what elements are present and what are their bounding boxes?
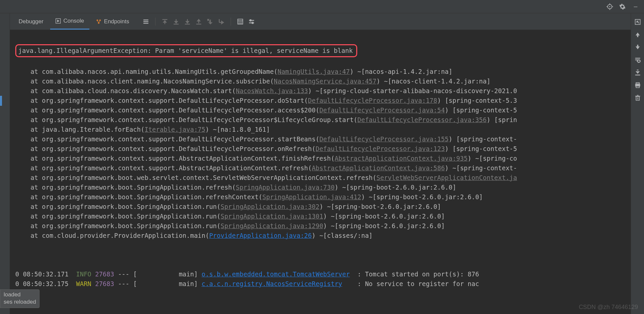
stack-suffix: ) ~[nacos-client-1.4.2.jar:na] <box>376 78 490 85</box>
stack-line: at org.springframework.context.support.D… <box>15 105 625 115</box>
svg-marker-34 <box>221 21 224 24</box>
expand-icon[interactable] <box>634 19 641 25</box>
source-link[interactable]: DefaultLifecycleProcessor.java:155 <box>319 135 449 143</box>
source-link[interactable]: SpringApplication.java:412 <box>263 193 361 201</box>
gear-icon[interactable] <box>619 3 626 10</box>
up-to-line-icon[interactable] <box>161 18 168 25</box>
stack-suffix: ) ~[spring-co <box>468 155 517 162</box>
stack-line: at com.cloud.provider.ProviderApplicatio… <box>15 231 625 240</box>
stack-suffix: ) [spring-context-5 <box>445 106 517 114</box>
print-icon[interactable] <box>634 82 641 88</box>
list-icon[interactable] <box>143 18 149 25</box>
log-message: : No service to register for nac <box>342 279 479 289</box>
source-link[interactable]: ServletWebServerApplicationContext.ja <box>376 174 517 181</box>
source-link[interactable]: DefaultLifecycleProcessor.java:123 <box>316 145 445 152</box>
stack-line: at org.springframework.context.support.D… <box>15 96 625 105</box>
tabs-row: Debugger Console Endpoints <box>10 13 631 30</box>
source-link[interactable]: DefaultLifecycleProcessor.java:178 <box>308 97 437 104</box>
sliders-icon[interactable] <box>248 18 255 25</box>
down-right-icon[interactable] <box>218 18 225 25</box>
source-link[interactable]: NamingUtils.java:47 <box>277 68 350 75</box>
log-dashes: --- [ <box>114 279 137 289</box>
source-link[interactable]: DefaultLifecycleProcessor.java:356 <box>358 116 487 123</box>
stack-line: at org.springframework.context.support.D… <box>15 115 625 125</box>
stack-line: at org.springframework.boot.SpringApplic… <box>15 212 625 221</box>
arrow-down-icon[interactable] <box>634 44 641 51</box>
source-link[interactable]: Iterable.java:75 <box>145 126 205 133</box>
svg-rect-61 <box>636 96 639 100</box>
log-dashes: --- [ <box>114 269 137 279</box>
stack-suffix: ) ~[classes/:na] <box>312 232 373 239</box>
cross-arrow-icon[interactable] <box>207 18 213 25</box>
stack-suffix: ) ~[na:1.8.0_161] <box>205 126 270 133</box>
stack-line: at org.springframework.boot.SpringApplic… <box>15 192 625 202</box>
svg-marker-31 <box>209 22 212 24</box>
log-thread: main] <box>137 269 201 279</box>
up-from-line-icon[interactable] <box>195 18 202 25</box>
stack-suffix: ) [spring-context-5.3 <box>437 97 517 104</box>
log-level: WARN <box>76 279 91 289</box>
console-output[interactable]: java.lang.IllegalArgumentException: Para… <box>10 30 631 314</box>
minimize-icon[interactable]: — <box>634 3 637 10</box>
stack-prefix: at org.springframework.context.support.D… <box>15 97 308 104</box>
stack-prefix: at org.springframework.boot.SpringApplic… <box>15 193 263 201</box>
log-logger[interactable]: c.a.c.n.registry.NacosServiceRegistry <box>202 279 342 289</box>
stack-prefix: at org.springframework.boot.web.servlet.… <box>15 174 376 181</box>
scroll-to-end-icon[interactable] <box>634 69 641 76</box>
stack-prefix: at com.alibaba.cloud.nacos.discovery.Nac… <box>15 87 236 94</box>
log-line: 0 08:50:32.171 INFO 27683 --- [ main] o.… <box>15 269 625 279</box>
stack-line: at org.springframework.boot.SpringApplic… <box>15 183 625 192</box>
source-link[interactable]: SpringApplication.java:1290 <box>221 222 323 230</box>
source-link[interactable]: SpringApplication.java:1301 <box>221 213 323 220</box>
stack-suffix: ) ~[spring-boot-2.6.0.jar:2.6.0] <box>323 213 445 220</box>
stack-prefix: at com.alibaba.nacos.client.naming.Nacos… <box>15 78 274 85</box>
source-link[interactable]: NacosNamingService.java:457 <box>274 78 376 85</box>
source-link[interactable]: AbstractApplicationContext.java:586 <box>312 164 445 172</box>
stack-prefix: at org.springframework.boot.SpringApplic… <box>15 184 236 191</box>
stack-suffix: ) [spring-context- <box>449 135 517 143</box>
console-toolbar <box>143 13 255 30</box>
tab-endpoints[interactable]: Endpoints <box>91 13 135 30</box>
trash-icon[interactable] <box>634 94 641 101</box>
svg-rect-58 <box>636 83 639 84</box>
source-link[interactable]: AbstractApplicationContext.java:935 <box>335 155 468 162</box>
source-link[interactable]: SpringApplication.java:730 <box>236 184 334 191</box>
source-link[interactable]: ProviderApplication.java:26 <box>209 232 312 239</box>
stack-line: at org.springframework.context.support.D… <box>15 134 625 144</box>
wrap-icon[interactable] <box>634 57 641 63</box>
divider <box>155 18 156 26</box>
debug-tool-window: Debugger Console Endpoints <box>0 13 644 314</box>
down-to-line-icon[interactable] <box>173 18 179 25</box>
tab-debugger[interactable]: Debugger <box>13 13 49 30</box>
tab-label: Debugger <box>19 18 44 25</box>
svg-marker-52 <box>635 47 640 50</box>
tab-label: Endpoints <box>104 18 129 25</box>
title-bar: — <box>0 0 644 13</box>
stack-line: at java.lang.Iterable.forEach(Iterable.j… <box>15 125 625 134</box>
tab-console[interactable]: Console <box>50 13 89 30</box>
stack-prefix: at com.alibaba.nacos.api.naming.utils.Na… <box>15 68 277 75</box>
gutter-marker <box>0 96 2 106</box>
stack-suffix: ) [spring-context-5 <box>445 145 517 152</box>
source-link[interactable]: NacosWatch.java:133 <box>236 87 308 94</box>
endpoints-icon <box>96 19 101 24</box>
stack-suffix: ) ~[spring-cloud-starter-alibaba-nacos-d… <box>308 87 517 94</box>
log-logger[interactable]: o.s.b.w.embedded.tomcat.TomcatWebServer <box>202 269 350 279</box>
source-link[interactable]: SpringApplication.java:302 <box>221 203 319 210</box>
stack-line: at com.alibaba.cloud.nacos.discovery.Nac… <box>15 86 625 96</box>
tab-label: Console <box>63 18 84 24</box>
stack-suffix: ) ~[spring-boot-2.6.0.jar:2.6.0] <box>335 184 456 191</box>
source-link[interactable]: DefaultLifecycleProcessor.java:54 <box>319 106 445 114</box>
arrow-up-icon[interactable] <box>634 31 641 38</box>
target-icon[interactable] <box>606 3 613 10</box>
notify-line2: ses reloaded <box>4 298 36 306</box>
notification-popup[interactable]: loaded ses reloaded <box>0 289 40 308</box>
calculator-icon[interactable] <box>237 18 244 25</box>
stack-line: at org.springframework.context.support.A… <box>15 154 625 163</box>
log-pid: 27683 <box>91 269 114 279</box>
console-icon <box>55 18 61 24</box>
stack-line: at org.springframework.context.support.D… <box>15 144 625 154</box>
down-to-line-icon-2[interactable] <box>184 18 191 25</box>
stack-suffix: ) ~[spring-boot-2.6.0.jar:2.6.0] <box>319 203 441 210</box>
divider <box>231 18 231 26</box>
